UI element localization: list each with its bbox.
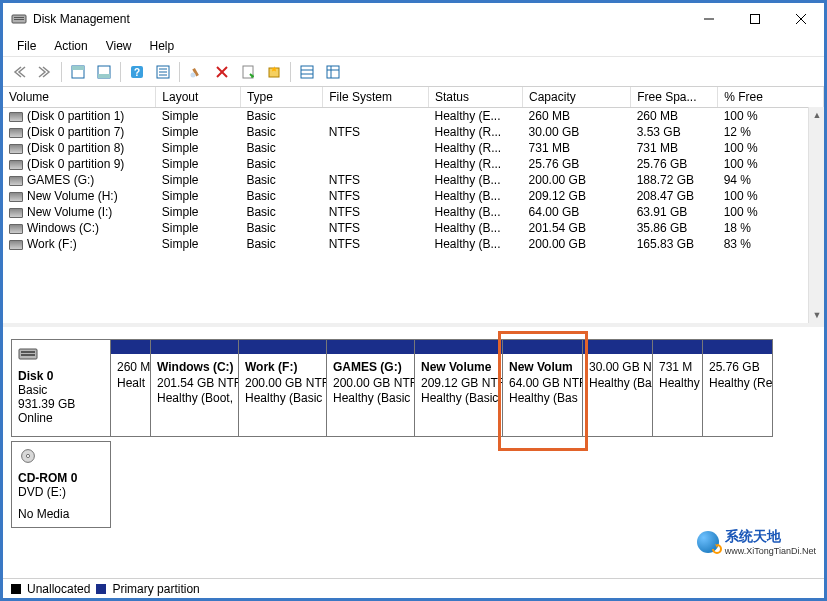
volume-icon (9, 240, 23, 250)
properties-button[interactable] (236, 60, 260, 84)
delete-button[interactable] (210, 60, 234, 84)
detail-view-button[interactable] (321, 60, 345, 84)
vol-name: New Volume (I:) (27, 205, 112, 219)
partition-status: Healthy (Ba (589, 376, 646, 392)
cdrom-drive: DVD (E:) (18, 485, 104, 499)
table-row[interactable]: (Disk 0 partition 7)SimpleBasicNTFSHealt… (3, 124, 824, 140)
vol-fs (323, 108, 429, 125)
volume-icon (9, 176, 23, 186)
vol-status: Healthy (B... (429, 204, 523, 220)
partition-strip (503, 340, 582, 354)
cdrom-header[interactable]: CD-ROM 0 DVD (E:) No Media (11, 441, 111, 528)
partition-status: Healthy (Boot, (157, 391, 232, 407)
col-pct[interactable]: % Free (718, 87, 824, 108)
col-status[interactable]: Status (429, 87, 523, 108)
disk-title: Disk 0 (18, 369, 104, 383)
cdrom-row[interactable]: CD-ROM 0 DVD (E:) No Media (11, 441, 816, 528)
vol-free: 188.72 GB (631, 172, 718, 188)
table-row[interactable]: GAMES (G:)SimpleBasicNTFSHealthy (B...20… (3, 172, 824, 188)
vol-type: Basic (240, 188, 322, 204)
col-volume[interactable]: Volume (3, 87, 156, 108)
partition-status: Healthy (Basic (421, 391, 496, 407)
view-bottom-button[interactable] (92, 60, 116, 84)
table-row[interactable]: New Volume (H:)SimpleBasicNTFSHealthy (B… (3, 188, 824, 204)
view-top-button[interactable] (66, 60, 90, 84)
volume-list[interactable]: Volume Layout Type File System Status Ca… (3, 87, 824, 327)
partition[interactable]: 30.00 GB NTHealthy (Ba (583, 339, 653, 437)
scroll-down-icon[interactable]: ▼ (809, 307, 824, 323)
vol-capacity: 209.12 GB (523, 188, 631, 204)
settings-button[interactable] (151, 60, 175, 84)
partition-size: 200.00 GB NTF (333, 376, 408, 392)
table-row[interactable]: Windows (C:)SimpleBasicNTFSHealthy (B...… (3, 220, 824, 236)
vol-layout: Simple (156, 236, 241, 252)
menu-file[interactable]: File (9, 37, 44, 55)
new-button[interactable] (262, 60, 286, 84)
disk-state: Online (18, 411, 104, 425)
list-view-button[interactable] (295, 60, 319, 84)
minimize-button[interactable] (686, 4, 732, 34)
table-row[interactable]: (Disk 0 partition 1)SimpleBasicHealthy (… (3, 108, 824, 125)
col-free[interactable]: Free Spa... (631, 87, 718, 108)
col-capacity[interactable]: Capacity (523, 87, 631, 108)
partition-strip (239, 340, 326, 354)
vol-capacity: 731 MB (523, 140, 631, 156)
watermark: 系统天地 www.XiTongTianDi.Net (697, 528, 816, 556)
vol-type: Basic (240, 108, 322, 125)
menu-action[interactable]: Action (46, 37, 95, 55)
partition[interactable]: GAMES (G:)200.00 GB NTFHealthy (Basic (327, 339, 415, 437)
vol-layout: Simple (156, 204, 241, 220)
table-row[interactable]: (Disk 0 partition 9)SimpleBasicHealthy (… (3, 156, 824, 172)
disk-0-row[interactable]: Disk 0 Basic 931.39 GB Online 260 MHealt… (11, 339, 816, 437)
partition-strip (111, 340, 150, 354)
close-button[interactable] (778, 4, 824, 34)
vertical-scrollbar[interactable]: ▲ ▼ (808, 107, 824, 323)
partition[interactable]: 260 MHealt (111, 339, 151, 437)
maximize-button[interactable] (732, 4, 778, 34)
vol-free: 25.76 GB (631, 156, 718, 172)
vol-free: 208.47 GB (631, 188, 718, 204)
partition-strip (415, 340, 502, 354)
vol-name: New Volume (H:) (27, 189, 118, 203)
menu-view[interactable]: View (98, 37, 140, 55)
partition[interactable]: 731 MHealthy (653, 339, 703, 437)
menubar: File Action View Help (3, 35, 824, 57)
cdrom-state: No Media (18, 507, 104, 521)
partition-name: New Volum (509, 360, 576, 376)
vol-type: Basic (240, 140, 322, 156)
disk-0-header[interactable]: Disk 0 Basic 931.39 GB Online (11, 339, 111, 437)
graphical-view[interactable]: Disk 0 Basic 931.39 GB Online 260 MHealt… (3, 327, 824, 578)
col-layout[interactable]: Layout (156, 87, 241, 108)
titlebar[interactable]: Disk Management (3, 3, 824, 35)
partition-strip (703, 340, 772, 354)
partition-strip (653, 340, 702, 354)
column-headers[interactable]: Volume Layout Type File System Status Ca… (3, 87, 824, 108)
help-button[interactable]: ? (125, 60, 149, 84)
vol-free: 35.86 GB (631, 220, 718, 236)
partition[interactable]: New Volum64.00 GB NTFHealthy (Bas (503, 339, 583, 437)
menu-help[interactable]: Help (142, 37, 183, 55)
partition[interactable]: Windows (C:)201.54 GB NTFHealthy (Boot, (151, 339, 239, 437)
vol-status: Healthy (R... (429, 124, 523, 140)
cdrom-title: CD-ROM 0 (18, 471, 104, 485)
scroll-up-icon[interactable]: ▲ (809, 107, 824, 123)
vol-type: Basic (240, 172, 322, 188)
table-row[interactable]: Work (F:)SimpleBasicNTFSHealthy (B...200… (3, 236, 824, 252)
partition-size: 30.00 GB NT (589, 360, 646, 376)
partition-name: Windows (C:) (157, 360, 232, 376)
col-fs[interactable]: File System (323, 87, 429, 108)
table-row[interactable]: (Disk 0 partition 8)SimpleBasicHealthy (… (3, 140, 824, 156)
partition[interactable]: New Volume209.12 GB NTFHealthy (Basic (415, 339, 503, 437)
refresh-button[interactable] (184, 60, 208, 84)
globe-icon (697, 531, 719, 553)
forward-button[interactable] (33, 60, 57, 84)
back-button[interactable] (7, 60, 31, 84)
svg-rect-30 (21, 351, 35, 353)
vol-free: 165.83 GB (631, 236, 718, 252)
col-type[interactable]: Type (240, 87, 322, 108)
partition[interactable]: Work (F:)200.00 GB NTFHealthy (Basic (239, 339, 327, 437)
partition[interactable]: 25.76 GBHealthy (Rec (703, 339, 773, 437)
partition-status: Healt (117, 376, 144, 392)
vol-name: (Disk 0 partition 7) (27, 125, 124, 139)
table-row[interactable]: New Volume (I:)SimpleBasicNTFSHealthy (B… (3, 204, 824, 220)
